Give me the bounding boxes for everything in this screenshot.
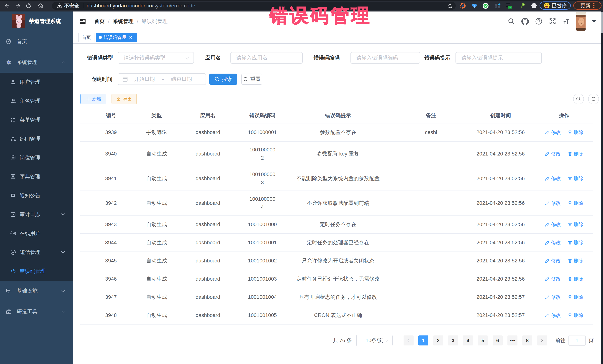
sidebar-item-2[interactable]: 用户管理 bbox=[0, 73, 73, 92]
not-secure-label[interactable]: 不安全 bbox=[64, 2, 79, 9]
sidebar-item-0[interactable]: 首页 bbox=[0, 31, 73, 52]
table-row[interactable]: 3943自动生成dashboard1001001000定时任务不存在2021-0… bbox=[80, 216, 593, 234]
table-column-header[interactable]: 应用名 bbox=[172, 112, 244, 119]
user-menu-caret-icon[interactable] bbox=[592, 20, 596, 22]
page-size-select[interactable]: 10条/页 bbox=[356, 335, 393, 346]
table-row[interactable]: 3948自动生成dashboard1001001005CRON 表达式不正确20… bbox=[80, 306, 593, 325]
github-icon[interactable] bbox=[521, 18, 529, 25]
browser-reload-icon[interactable] bbox=[25, 2, 32, 9]
table-column-header[interactable]: 创建时间 bbox=[466, 112, 535, 119]
edit-link[interactable]: 修改 bbox=[545, 200, 561, 207]
sidebar-item-10[interactable]: 在线用户 bbox=[0, 224, 73, 243]
page-button-2[interactable]: 2 bbox=[433, 335, 443, 345]
browser-menu-update-pill[interactable]: 更新 bbox=[573, 1, 602, 10]
refresh-button[interactable] bbox=[588, 94, 599, 104]
sidebar-item-7[interactable]: 字典管理 bbox=[0, 167, 73, 186]
toggle-search-button[interactable] bbox=[573, 94, 584, 104]
sidebar-item-12[interactable]: 错误码管理 bbox=[0, 262, 73, 281]
filter-input-app[interactable] bbox=[231, 52, 303, 64]
delete-link[interactable]: 删除 bbox=[568, 276, 583, 282]
extension-orange-ring-icon[interactable] bbox=[460, 3, 466, 9]
page-button-•••[interactable]: ••• bbox=[508, 335, 517, 345]
table-row[interactable]: 3942自动生成dashboard1001000004不允许获取敏感配置到前端2… bbox=[80, 191, 593, 216]
edit-link[interactable]: 修改 bbox=[545, 221, 561, 228]
date-end-placeholder[interactable]: 结束日期 bbox=[165, 76, 198, 83]
browser-back-icon[interactable] bbox=[3, 2, 10, 9]
table-column-header[interactable]: 类型 bbox=[141, 112, 172, 119]
filter-input-app-input[interactable] bbox=[231, 53, 302, 63]
goto-page-input[interactable] bbox=[568, 335, 586, 346]
not-secure-warning-icon[interactable] bbox=[57, 3, 62, 9]
edit-link[interactable]: 修改 bbox=[545, 175, 561, 182]
tag-home[interactable]: 首页 bbox=[79, 33, 94, 42]
edit-link[interactable]: 修改 bbox=[545, 151, 561, 157]
reset-button[interactable]: 重置 bbox=[241, 74, 262, 85]
table-column-header[interactable]: 错误码编码 bbox=[244, 112, 280, 119]
table-column-header[interactable]: 操作 bbox=[535, 112, 593, 119]
delete-link[interactable]: 删除 bbox=[568, 129, 583, 136]
page-button-5[interactable]: 5 bbox=[478, 335, 488, 345]
prev-page-button[interactable] bbox=[404, 335, 414, 345]
date-start-placeholder[interactable]: 开始日期 bbox=[128, 76, 161, 83]
filter-select-type[interactable] bbox=[118, 52, 194, 64]
tag-error-code[interactable]: 错误码管理 bbox=[96, 33, 137, 42]
sidebar-item-1[interactable]: 系统管理 bbox=[0, 52, 73, 73]
browser-menu-dots-icon[interactable] bbox=[593, 3, 594, 8]
page-button-8[interactable]: 8 bbox=[522, 335, 532, 345]
edit-link[interactable]: 修改 bbox=[545, 312, 561, 319]
delete-link[interactable]: 删除 bbox=[568, 239, 583, 246]
edit-link[interactable]: 修改 bbox=[545, 276, 561, 282]
page-url[interactable]: dashboard.yudao.iocoder.cn/system/error-… bbox=[87, 3, 195, 9]
sidebar-item-3[interactable]: 角色管理 bbox=[0, 92, 73, 110]
sidebar-item-14[interactable]: 研发工具 bbox=[0, 301, 73, 322]
table-row[interactable]: 3947自动生成dashboard1001001004只有开启状态的任务，才可以… bbox=[80, 288, 593, 306]
edit-link[interactable]: 修改 bbox=[545, 239, 561, 246]
page-button-3[interactable]: 3 bbox=[448, 335, 458, 345]
search-button[interactable]: 搜索 bbox=[209, 74, 237, 85]
bookmark-star-icon[interactable] bbox=[447, 3, 453, 9]
help-icon[interactable] bbox=[535, 18, 543, 25]
sidebar-item-8[interactable]: 通知公告 bbox=[0, 186, 73, 205]
page-button-1[interactable]: 1 bbox=[418, 335, 429, 345]
scrollbar-thumb[interactable] bbox=[601, 12, 603, 33]
sidebar-item-9[interactable]: 审计日志 bbox=[0, 205, 73, 224]
filter-input-code[interactable] bbox=[350, 52, 420, 64]
delete-link[interactable]: 删除 bbox=[568, 294, 583, 300]
sidebar-item-4[interactable]: 菜单管理 bbox=[0, 110, 73, 129]
extension-switch-on-icon[interactable]: on bbox=[506, 3, 512, 9]
filter-input-msg[interactable] bbox=[455, 52, 542, 64]
table-row[interactable]: 3945自动生成dashboard1001001002只允许修改为开启或者关闭状… bbox=[80, 252, 593, 270]
table-row[interactable]: 3940自动生成dashboard1001000002参数配置 key 重复20… bbox=[80, 142, 593, 166]
delete-link[interactable]: 删除 bbox=[568, 312, 583, 319]
table-row[interactable]: 3946自动生成dashboard1001001003定时任务已经处于该状态，无… bbox=[80, 270, 593, 288]
page-button-4[interactable]: 4 bbox=[463, 335, 473, 345]
table-column-header[interactable]: 编号 bbox=[80, 112, 141, 119]
font-size-icon[interactable] bbox=[563, 18, 570, 25]
address-bar[interactable]: 不安全 dashboard.yudao.iocoder.cn/system/er… bbox=[52, 2, 456, 10]
header-search-icon[interactable] bbox=[508, 18, 515, 25]
edit-link[interactable]: 修改 bbox=[545, 294, 561, 300]
page-button-6[interactable]: 6 bbox=[493, 335, 503, 345]
filter-date-range[interactable]: 开始日期 - 结束日期 bbox=[118, 73, 206, 85]
breadcrumb-home[interactable]: 首页 bbox=[94, 18, 105, 25]
sidebar-item-5[interactable]: 部门管理 bbox=[0, 129, 73, 148]
extension-puzzle-icon[interactable] bbox=[531, 3, 537, 9]
extension-key-icon[interactable] bbox=[520, 3, 526, 9]
sidebar-item-13[interactable]: 基础设施 bbox=[0, 281, 73, 301]
edit-link[interactable]: 修改 bbox=[545, 129, 561, 136]
extension-green-circle-icon[interactable] bbox=[482, 3, 489, 9]
add-button[interactable]: 新增 bbox=[80, 94, 106, 104]
breadcrumb-system[interactable]: 系统管理 bbox=[113, 18, 134, 25]
table-row[interactable]: 3941自动生成dashboard1001000003不能删除类型为系统内置的参… bbox=[80, 166, 593, 191]
table-column-header[interactable]: 备注 bbox=[395, 112, 466, 119]
export-button[interactable]: 导出 bbox=[112, 94, 137, 104]
browser-home-icon[interactable] bbox=[37, 2, 44, 9]
edit-link[interactable]: 修改 bbox=[545, 257, 561, 264]
table-row[interactable]: 3944自动生成dashboard1001001001定时任务的处理器已经存在2… bbox=[80, 234, 593, 252]
delete-link[interactable]: 删除 bbox=[568, 257, 583, 264]
sidebar-item-11[interactable]: 短信管理 bbox=[0, 243, 73, 262]
delete-link[interactable]: 删除 bbox=[568, 221, 583, 228]
avatar[interactable] bbox=[576, 12, 586, 31]
extension-paused-pill[interactable]: 已暂停 bbox=[540, 1, 571, 10]
table-column-header[interactable]: 错误码提示 bbox=[280, 112, 395, 119]
